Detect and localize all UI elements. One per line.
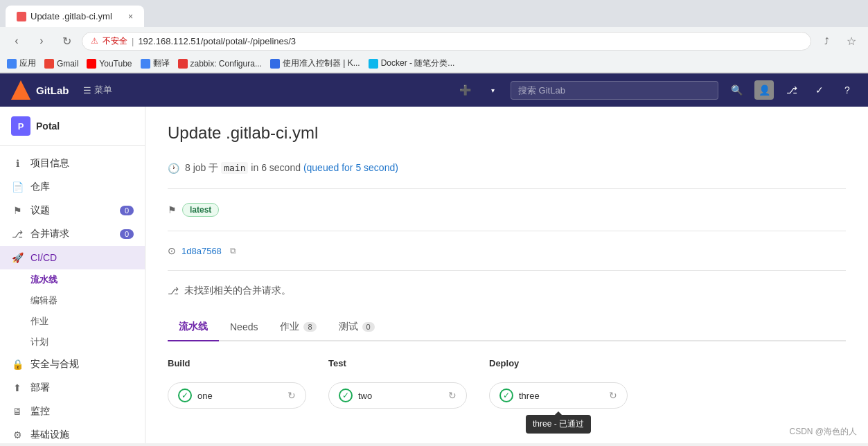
bookmark-apps[interactable]: 应用 — [7, 57, 36, 69]
tab-favicon — [17, 12, 26, 21]
meta-row-commit: ⊙ 1d8a7568 ⧉ — [168, 240, 846, 262]
bookmark-docker[interactable]: Docker - 随笔分类... — [369, 57, 455, 69]
main-content: Update .gitlab-ci.yml 🕐 8 job 于 main in … — [145, 107, 868, 443]
job-two-name: two — [358, 391, 443, 401]
sidebar-item-repository-label: 仓库 — [30, 181, 50, 193]
bookmark-button[interactable]: ☆ — [842, 31, 861, 51]
sidebar-item-deploy-label: 部署 — [30, 382, 50, 394]
global-search-input[interactable] — [511, 81, 718, 100]
merge-icon[interactable]: ⎇ — [782, 80, 801, 100]
sidebar-sub-schedules[interactable]: 计划 — [0, 332, 145, 353]
bookmark-translate[interactable]: 翻译 — [141, 57, 170, 69]
bookmark-youtube-label: YouTube — [99, 59, 132, 69]
sidebar-item-merge-requests-label: 合并请求 — [30, 228, 69, 240]
sidebar-item-monitor[interactable]: 🖥 监控 — [0, 400, 145, 423]
cicd-icon: 🚀 — [11, 251, 24, 264]
job-one-status-icon: ✓ — [178, 389, 192, 402]
global-search — [511, 81, 718, 100]
sidebar-item-deploy[interactable]: ⬆ 部署 — [0, 376, 145, 400]
tab-title: Update .gitlab-ci.yml — [30, 11, 112, 21]
bookmark-gmail[interactable]: Gmail — [44, 59, 78, 69]
job-one[interactable]: ✓ one ↻ — [168, 382, 306, 409]
refresh-button[interactable]: ↻ — [57, 31, 76, 51]
sidebar-item-repository[interactable]: 📄 仓库 — [0, 175, 145, 199]
pipeline-stages: Build ✓ one ↻ Test ✓ two ↻ — [168, 358, 846, 409]
tab-tests-label: 测试 — [339, 321, 358, 333]
job-two-retry-button[interactable]: ↻ — [448, 390, 457, 401]
jobs-count-badge: 8 — [303, 322, 316, 332]
stage-test-title: Test — [328, 358, 467, 374]
hamburger-icon: ☰ — [83, 85, 91, 96]
sidebar-item-infrastructure[interactable]: ⚙ 基础设施 — [0, 423, 145, 443]
menu-label: 菜单 — [94, 84, 112, 96]
stage-build: Build ✓ one ↻ — [168, 358, 306, 409]
sidebar-item-cicd[interactable]: 🚀 CI/CD — [0, 246, 145, 269]
new-item-chevron[interactable]: ▾ — [483, 80, 502, 100]
job-three[interactable]: ✓ three ↻ — [489, 382, 628, 409]
main-layout: P Potal ℹ 项目信息 📄 仓库 ⚑ 议题 0 — [0, 107, 868, 443]
bookmark-k8s[interactable]: 使用准入控制器 | K... — [270, 57, 360, 69]
tab-close-button[interactable]: × — [128, 12, 133, 21]
tab-tests[interactable]: 测试 0 — [328, 314, 386, 341]
meta-row-mr: ⎇ 未找到相关的合并请求。 — [168, 279, 846, 303]
sidebar-sub-editor[interactable]: 编辑器 — [0, 290, 145, 311]
job-one-name: one — [197, 391, 282, 401]
bookmark-translate-label: 翻译 — [153, 57, 170, 69]
job-one-retry-button[interactable]: ↻ — [287, 390, 296, 401]
tab-pipeline[interactable]: 流水线 — [168, 314, 219, 341]
bookmark-docker-label: Docker - 随笔分类... — [381, 57, 455, 69]
stage-test: Test ✓ two ↻ — [328, 358, 467, 409]
forward-button[interactable]: › — [32, 31, 51, 51]
job-three-name: three — [519, 391, 603, 401]
sidebar-item-merge-requests[interactable]: ⎇ 合并请求 0 — [0, 222, 145, 246]
queued-link[interactable]: (queued for 5 second) — [303, 162, 398, 173]
copy-commit-button[interactable]: ⧉ — [230, 246, 236, 256]
new-item-button[interactable]: ➕ — [455, 80, 475, 100]
pipeline-tabs: 流水线 Needs 作业 8 测试 0 — [168, 314, 846, 341]
search-button[interactable]: 🔍 — [727, 80, 746, 100]
translate-icon — [141, 59, 150, 69]
sidebar-sub-pipelines[interactable]: 流水线 — [0, 269, 145, 290]
back-button[interactable]: ‹ — [7, 31, 26, 51]
gitlab-logo[interactable]: GitLab — [11, 80, 69, 100]
sidebar-item-project-info[interactable]: ℹ 项目信息 — [0, 152, 145, 175]
merge-requests-badge: 0 — [120, 229, 134, 239]
gitlab-header: GitLab ☰ 菜单 ➕ ▾ 🔍 👤 ⎇ ✓ ? — [0, 73, 868, 107]
security-icon: 🔒 — [11, 358, 24, 371]
watermark: CSDN @海色的人 — [789, 426, 857, 438]
address-bar[interactable]: ⚠ 不安全 | 192.168.112.51/potal/potal/-/pip… — [82, 32, 811, 51]
job-three-retry-button[interactable]: ↻ — [609, 390, 617, 401]
sidebar-item-infrastructure-label: 基础设施 — [30, 429, 69, 441]
sidebar-item-issues-label: 议题 — [30, 204, 50, 217]
sidebar-sub-jobs[interactable]: 作业 — [0, 311, 145, 332]
tab-needs[interactable]: Needs — [219, 314, 269, 341]
flag-icon: ⚑ — [168, 204, 177, 215]
project-info-icon: ℹ — [11, 157, 24, 170]
profile-icon[interactable]: 👤 — [754, 80, 774, 100]
gitlab-menu-button[interactable]: ☰ 菜单 — [78, 81, 118, 99]
infrastructure-icon: ⚙ — [11, 429, 24, 441]
share-button[interactable]: ⤴ — [817, 31, 836, 51]
job-two[interactable]: ✓ two ↻ — [328, 382, 467, 409]
todo-icon[interactable]: ✓ — [810, 80, 829, 100]
clock-icon: 🕐 — [168, 163, 179, 174]
page: GitLab ☰ 菜单 ➕ ▾ 🔍 👤 ⎇ ✓ ? P Potal — [0, 73, 868, 443]
bookmark-zabbix[interactable]: zabbix: Configura... — [178, 59, 262, 69]
latest-badge: latest — [182, 203, 219, 217]
pipeline-meta: 🕐 8 job 于 main in 6 second (queued for 5… — [168, 157, 846, 303]
issues-badge: 0 — [120, 206, 134, 215]
jobs-label: 作业 — [30, 316, 48, 326]
zabbix-icon — [178, 59, 188, 69]
job-three-status-icon: ✓ — [499, 389, 513, 402]
sidebar-item-issues[interactable]: ⚑ 议题 0 — [0, 199, 145, 222]
browser-tab[interactable]: Update .gitlab-ci.yml × — [6, 6, 144, 27]
editor-label: 编辑器 — [30, 295, 57, 305]
commit-hash-link[interactable]: 1d8a7568 — [181, 246, 222, 256]
bookmark-youtube[interactable]: YouTube — [87, 59, 132, 69]
bookmark-zabbix-label: zabbix: Configura... — [191, 59, 262, 69]
sidebar-item-security[interactable]: 🔒 安全与合规 — [0, 353, 145, 376]
tab-jobs[interactable]: 作业 8 — [269, 314, 327, 341]
job-count: 8 job 于 main in 6 second (queued for 5 s… — [185, 162, 398, 175]
divider-1 — [168, 188, 846, 189]
help-icon[interactable]: ? — [838, 80, 857, 100]
